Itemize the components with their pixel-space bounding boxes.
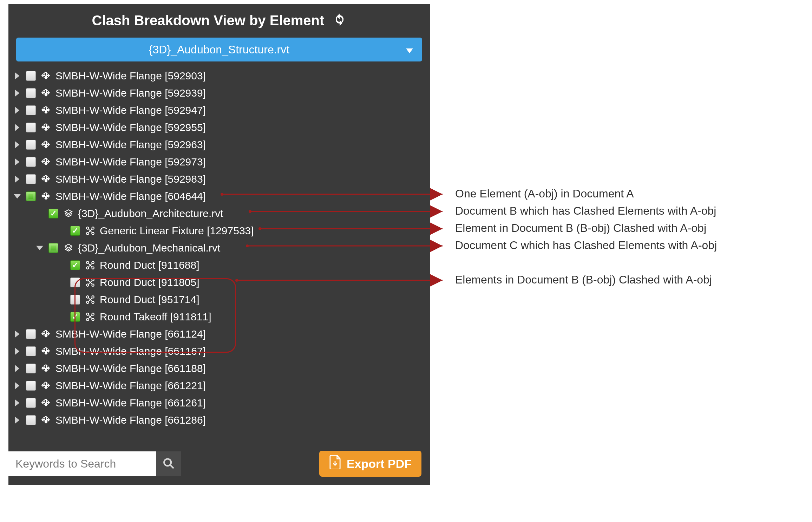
svg-marker-7	[15, 176, 20, 183]
move-icon	[41, 363, 51, 374]
expand-toggle[interactable]	[13, 124, 21, 131]
tree-row[interactable]: SMBH-W-Wide Flange [592947]	[8, 102, 430, 119]
svg-point-27	[92, 313, 94, 315]
svg-line-37	[170, 465, 173, 468]
svg-point-19	[92, 279, 94, 281]
expand-toggle[interactable]	[13, 382, 21, 389]
svg-point-23	[92, 296, 94, 298]
svg-point-18	[86, 279, 89, 281]
svg-marker-5	[15, 141, 20, 148]
export-pdf-button[interactable]: Export PDF	[319, 451, 421, 477]
title-text: Clash Breakdown View by Element	[92, 13, 325, 28]
tree-row-label: Round Takeoff [911811]	[100, 311, 211, 323]
tree-row[interactable]: SMBH-W-Wide Flange [592973]	[8, 153, 430, 170]
checkbox[interactable]	[26, 174, 36, 184]
expand-toggle[interactable]	[13, 72, 21, 79]
svg-marker-30	[15, 331, 20, 338]
svg-marker-31	[15, 348, 20, 355]
tree-row-label: SMBH-W-Wide Flange [661286]	[55, 414, 206, 426]
tree-row-label: SMBH-W-Wide Flange [592939]	[55, 87, 206, 99]
expand-toggle[interactable]	[13, 365, 21, 372]
checkbox[interactable]	[26, 329, 36, 339]
move-icon	[41, 380, 51, 391]
tree-row[interactable]: SMBH-W-Wide Flange [592939]	[8, 84, 430, 102]
tree-row[interactable]: {3D}_Audubon_Architecture.rvt	[8, 205, 430, 222]
tree-row[interactable]: SMBH-W-Wide Flange [661261]	[8, 394, 430, 411]
tree-row[interactable]: SMBH-W-Wide Flange [661286]	[8, 411, 430, 429]
checkbox[interactable]	[26, 88, 36, 98]
document-dropdown[interactable]: {3D}_Audubon_Structure.rvt	[16, 38, 422, 61]
checkbox[interactable]	[26, 71, 36, 81]
tree-row[interactable]: Round Duct [911688]	[8, 256, 430, 274]
tree-row[interactable]: Round Duct [911805]	[8, 274, 430, 291]
expand-toggle[interactable]	[13, 348, 21, 355]
svg-marker-13	[36, 246, 43, 250]
expand-toggle[interactable]	[13, 417, 21, 424]
checkbox[interactable]	[26, 140, 36, 150]
stage: Clash Breakdown View by Element {3D}_Aud…	[0, 0, 812, 522]
expand-toggle[interactable]	[13, 331, 21, 338]
svg-marker-2	[15, 90, 20, 97]
tree-row[interactable]: Generic Linear Fixture [1297533]	[8, 222, 430, 239]
annotation-text: Document B which has Clashed Elements wi…	[455, 204, 716, 217]
tree-row[interactable]: SMBH-W-Wide Flange [604644]	[8, 188, 430, 205]
checkbox[interactable]	[70, 260, 80, 270]
burst-icon	[85, 312, 96, 322]
expand-toggle[interactable]	[13, 107, 21, 114]
refresh-icon[interactable]	[333, 13, 346, 30]
checkbox[interactable]	[70, 226, 80, 236]
checkbox[interactable]	[26, 157, 36, 167]
tree-row[interactable]: SMBH-W-Wide Flange [661124]	[8, 325, 430, 342]
tree-row-label: SMBH-W-Wide Flange [661167]	[55, 345, 206, 358]
stack-icon	[63, 243, 74, 253]
checkbox[interactable]	[70, 278, 80, 287]
move-icon	[41, 174, 51, 184]
checkbox[interactable]	[26, 364, 36, 373]
tree-row[interactable]: SMBH-W-Wide Flange [661221]	[8, 377, 430, 394]
tree-row[interactable]: SMBH-W-Wide Flange [592963]	[8, 136, 430, 153]
chevron-down-icon	[406, 43, 413, 56]
expand-toggle[interactable]	[13, 399, 21, 406]
checkbox[interactable]	[48, 243, 58, 253]
move-icon	[41, 88, 51, 98]
expand-toggle[interactable]	[36, 246, 44, 250]
tree-row-label: SMBH-W-Wide Flange [661124]	[55, 328, 206, 340]
expand-toggle[interactable]	[13, 141, 21, 148]
expand-toggle[interactable]	[13, 194, 21, 199]
tree-row[interactable]: Round Duct [951714]	[8, 291, 430, 308]
tree-row[interactable]: {3D}_Audubon_Mechanical.rvt	[8, 239, 430, 256]
move-icon	[41, 122, 51, 133]
annotation-label: Document B which has Clashed Elements wi…	[455, 204, 716, 217]
tree-row[interactable]: SMBH-W-Wide Flange [661167]	[8, 342, 430, 360]
expand-toggle[interactable]	[13, 158, 21, 165]
expand-toggle[interactable]	[13, 176, 21, 183]
checkbox[interactable]	[26, 123, 36, 132]
expand-toggle[interactable]	[13, 90, 21, 97]
checkbox[interactable]	[26, 105, 36, 115]
tree-row[interactable]: SMBH-W-Wide Flange [592955]	[8, 119, 430, 136]
tree-row-label: SMBH-W-Wide Flange [661188]	[55, 362, 206, 375]
svg-marker-6	[15, 158, 20, 165]
move-icon	[41, 139, 51, 150]
checkbox[interactable]	[70, 312, 80, 322]
tree-row[interactable]: SMBH-W-Wide Flange [592983]	[8, 170, 430, 188]
svg-point-22	[86, 296, 89, 298]
move-icon	[41, 105, 51, 116]
search-input[interactable]	[8, 451, 156, 476]
checkbox[interactable]	[48, 209, 58, 218]
tree-row[interactable]: Round Takeoff [911811]	[8, 308, 430, 325]
svg-point-17	[92, 267, 94, 269]
checkbox[interactable]	[26, 415, 36, 425]
checkbox[interactable]	[70, 295, 80, 305]
export-pdf-label: Export PDF	[347, 457, 412, 471]
checkbox[interactable]	[26, 381, 36, 391]
tree-row[interactable]: SMBH-W-Wide Flange [592903]	[8, 67, 430, 84]
checkbox[interactable]	[26, 191, 36, 201]
svg-point-29	[92, 318, 94, 321]
svg-marker-1	[15, 72, 20, 79]
checkbox[interactable]	[26, 398, 36, 408]
search-button[interactable]	[156, 451, 181, 476]
tree-row[interactable]: SMBH-W-Wide Flange [661188]	[8, 360, 430, 377]
svg-point-9	[86, 227, 89, 229]
checkbox[interactable]	[26, 346, 36, 356]
